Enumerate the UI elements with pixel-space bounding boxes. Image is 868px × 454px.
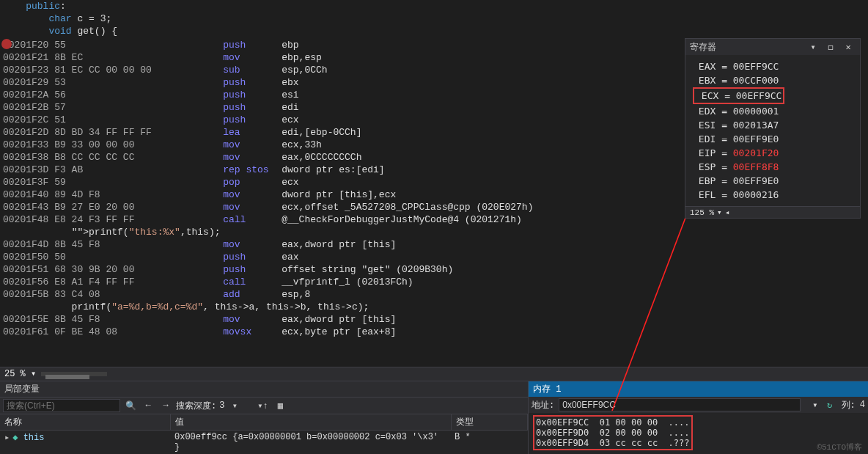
locals-header-row: 名称 值 类型 [0,414,528,431]
cols-value: 4 [860,400,865,410]
toolbar-button[interactable]: ▦ [273,399,287,412]
search-icon[interactable]: 🔍 [123,399,138,412]
asm-line: 00201F5B 83 C4 08 add esp,8 [0,288,868,301]
register-line: EAX = 00EFF9CC [693,59,853,73]
depth-label: 搜索深度: [176,400,216,412]
register-line: EBP = 00EFF9E0 [693,174,853,188]
asm-line: 00201F5E 8B 45 F8 mov eax,dword ptr [thi… [0,313,868,326]
locals-panel: 局部变量 🔍 ← → 搜索深度: 3 ▾ ▾↑ ▦ 名称 值 类型 ▸◆ thi… [0,381,528,454]
col-label: 列: [842,399,856,411]
refresh-icon[interactable]: ↻ [823,398,837,411]
zoom-indicator[interactable]: 25 % ▾ [0,367,868,381]
maximize-icon[interactable]: ◻ [823,40,838,54]
memory-highlight-box: 0x00EFF9CC 01 00 00 00 ....0x00EFF9D0 02… [533,415,693,450]
register-line: ESP = 00EFF8F8 [693,160,853,174]
watermark: ©51CTO博客 [817,442,862,453]
asm-line: 00201F50 50 push eax [0,251,868,263]
memory-address-input[interactable] [559,398,801,411]
var-name: this [23,433,45,443]
scroll-left-icon[interactable]: ◂ [725,208,730,217]
dropdown-icon[interactable]: ▾ [806,40,820,54]
search-nav-right-icon[interactable]: → [158,399,173,412]
registers-zoom[interactable]: 125 % ▾ ◂ [685,206,860,218]
depth-value: 3 [219,400,224,411]
source-line: void get() { [0,25,868,37]
zoom-caret-icon[interactable]: ▾ [31,369,41,379]
asm-line: 00201F51 68 30 9B 20 00 push offset stri… [0,263,868,276]
source-line: public: [0,0,868,12]
asm-line: 00201F4D 8B 45 F8 mov eax,dword ptr [thi… [0,238,868,251]
register-line: EIP = 00201F20 [693,146,853,160]
col-type[interactable]: 类型 [452,414,528,430]
depth-dropdown-icon[interactable]: ▾ [227,399,242,412]
scroll-thumb[interactable] [45,375,89,379]
register-line: ESI = 002013A7 [693,118,853,132]
zoom-value: 125 % [690,208,714,217]
var-type: B * [450,431,528,454]
registers-title: 寄存器 [690,41,716,54]
register-line: ECX = 00EFF9CC [693,87,853,104]
locals-title: 局部变量 [0,381,528,398]
registers-body: EAX = 00EFF9CC EBX = 00CCF000 ECX = 00EF… [685,55,860,206]
filter-icon[interactable]: ▾↑ [255,399,270,412]
col-value[interactable]: 值 [171,414,452,430]
breakpoint-icon[interactable] [1,39,12,49]
zoom-value: 25 % [4,369,26,379]
memory-toolbar: 地址: ▾ ↻ 列: 4 [529,397,868,413]
memory-line: 0x00EFF9D4 03 cc cc cc .??? [536,438,690,448]
locals-toolbar: 🔍 ← → 搜索深度: 3 ▾ ▾↑ ▦ [0,398,528,414]
register-line: EDI = 00EFF9E0 [693,132,853,146]
bullet-icon: ◆ [12,433,18,443]
scroll-track[interactable] [41,372,107,376]
zoom-caret-icon[interactable]: ▾ [717,208,722,217]
register-line: EBX = 00CCF000 [693,73,853,87]
asm-line: 00201F56 E8 A1 F4 FF FF call __vfprintf_… [0,276,868,288]
search-nav-left-icon[interactable]: ← [141,399,155,412]
asm-line: 00201F61 0F BE 48 08 movsx ecx,byte ptr … [0,326,868,338]
addr-label: 地址: [532,399,554,411]
var-value: 0x00eff9cc {a=0x00000001 b=0x00000002 c=… [170,431,450,454]
dropdown-icon[interactable]: ▾ [812,400,817,411]
source-line: printf("a=%d,b=%d,c=%d", this->a, this->… [0,301,868,313]
source-line: char c = 3; [0,12,868,25]
search-input[interactable] [3,399,120,412]
expand-icon[interactable]: ▸ [4,433,10,443]
memory-line: 0x00EFF9D0 02 00 00 00 .... [536,428,690,438]
close-icon[interactable]: ✕ [841,40,856,54]
col-name[interactable]: 名称 [0,414,171,430]
source-line: "">printf("this:%x",this); [0,226,868,238]
register-line: EDX = 00000001 [693,104,853,118]
memory-line: 0x00EFF9CC 01 00 00 00 .... [536,417,690,428]
register-line: EFL = 00000216 [693,188,853,202]
registers-panel: 寄存器 ▾ ◻ ✕ EAX = 00EFF9CC EBX = 00CCF000 … [685,38,861,219]
memory-title: 内存 1 [529,381,868,397]
locals-row[interactable]: ▸◆ this 0x00eff9cc {a=0x00000001 b=0x000… [0,431,528,454]
